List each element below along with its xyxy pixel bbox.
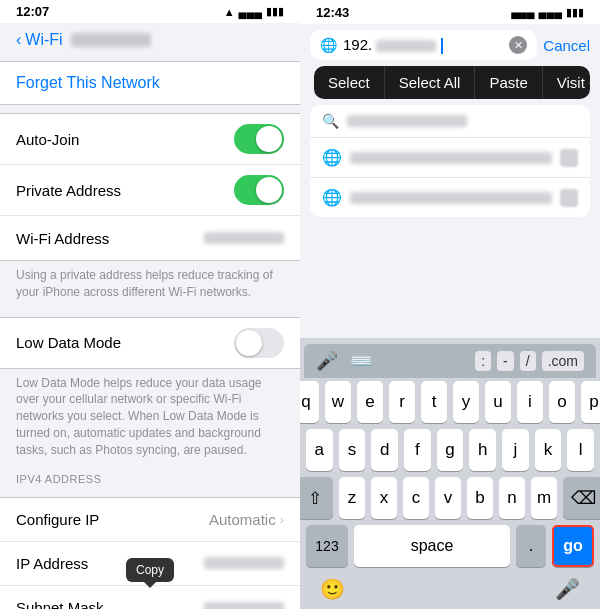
list-badge-1 [560, 149, 578, 167]
left-panel: 12:07 ▲ ▄▄▄ ▮▮▮ ‹ Wi-Fi Forget This Netw… [0, 0, 300, 609]
subnet-mask-label: Subnet Mask [16, 599, 104, 609]
mic-bottom-icon[interactable]: 🎤 [555, 577, 580, 601]
menu-visit-copied[interactable]: Visit Copied Link [543, 66, 590, 99]
key-s[interactable]: s [339, 429, 366, 471]
nav-bar-left: ‹ Wi-Fi [0, 23, 300, 53]
key-v[interactable]: v [435, 477, 461, 519]
key-t[interactable]: t [421, 381, 447, 423]
location-icon: ▲ [224, 6, 235, 18]
menu-select-all[interactable]: Select All [385, 66, 476, 99]
configure-ip-right: Automatic › [209, 511, 284, 528]
key-a[interactable]: a [306, 429, 333, 471]
key-l[interactable]: l [567, 429, 594, 471]
right-panel: 12:43 ▄▄▄ ▄▄▄ ▮▮▮ 🌐 192. ✕ Cancel [300, 0, 600, 609]
url-clear-button[interactable]: ✕ [509, 36, 527, 54]
toggles-section: Auto-Join Private Address Wi-Fi Address [0, 113, 300, 261]
auto-join-row: Auto-Join [0, 114, 300, 165]
wifi-address-row: Wi-Fi Address [0, 216, 300, 260]
back-label: Wi-Fi [25, 31, 62, 49]
url-input-container[interactable]: 🌐 192. ✕ [310, 30, 537, 60]
key-r[interactable]: r [389, 381, 415, 423]
menu-select[interactable]: Select [314, 66, 385, 99]
battery-icon-right: ▮▮▮ [566, 6, 584, 19]
status-bar-left: 12:07 ▲ ▄▄▄ ▮▮▮ [0, 0, 300, 23]
key-f[interactable]: f [404, 429, 431, 471]
key-go[interactable]: go [552, 525, 594, 567]
key-space[interactable]: space [354, 525, 510, 567]
ipv4-header: IPV4 ADDRESS [0, 467, 300, 489]
forget-network-link[interactable]: Forget This Network [16, 74, 160, 91]
key-shift[interactable]: ⇧ [300, 477, 333, 519]
globe-icon-2: 🌐 [322, 188, 342, 207]
emoji-icon[interactable]: 🙂 [320, 577, 345, 601]
browser-item-1[interactable]: 🌐 [310, 138, 590, 178]
emoji-row: 🙂 🎤 [304, 573, 596, 605]
toolbar-slash[interactable]: / [520, 351, 536, 371]
wifi-address-value-blurred [204, 232, 284, 244]
cancel-button[interactable]: Cancel [543, 37, 590, 54]
key-i[interactable]: i [517, 381, 543, 423]
battery-icon-left: ▮▮▮ [266, 5, 284, 18]
key-n[interactable]: n [499, 477, 525, 519]
low-data-label: Low Data Mode [16, 334, 121, 351]
toggle-knob-2 [256, 177, 282, 203]
keyboard-area: 🎤 ⌨️ : - / .com q w e r t y u i o p a [300, 338, 600, 609]
key-o[interactable]: o [549, 381, 575, 423]
time-right: 12:43 [316, 5, 349, 20]
key-space-label: space [411, 537, 454, 555]
key-k[interactable]: k [535, 429, 562, 471]
key-j[interactable]: j [502, 429, 529, 471]
wifi-icon-left: ▄▄▄ [239, 6, 262, 18]
key-z[interactable]: z [339, 477, 365, 519]
toggle-knob-3 [236, 330, 262, 356]
key-dot[interactable]: . [516, 525, 546, 567]
toolbar-dash[interactable]: - [497, 351, 514, 371]
key-c[interactable]: c [403, 477, 429, 519]
forget-network-section: Forget This Network [0, 61, 300, 105]
auto-join-label: Auto-Join [16, 131, 79, 148]
spacer [300, 217, 600, 338]
toggle-knob [256, 126, 282, 152]
key-d[interactable]: d [371, 429, 398, 471]
auto-join-toggle[interactable] [234, 124, 284, 154]
low-data-description: Low Data Mode helps reduce your data usa… [0, 369, 300, 467]
key-x[interactable]: x [371, 477, 397, 519]
browser-item-2[interactable]: 🌐 [310, 178, 590, 217]
chevron-left-icon: ‹ [16, 31, 21, 49]
status-icons-right: ▄▄▄ ▄▄▄ ▮▮▮ [511, 6, 584, 19]
back-button[interactable]: ‹ Wi-Fi [16, 31, 63, 49]
key-row-bottom: 123 space . go [304, 522, 596, 573]
browser-list: 🔍 🌐 🌐 [310, 105, 590, 217]
key-w[interactable]: w [325, 381, 351, 423]
key-p[interactable]: p [581, 381, 600, 423]
toolbar-colon[interactable]: : [475, 351, 491, 371]
private-address-toggle[interactable] [234, 175, 284, 205]
keyboard-toolbar: 🎤 ⌨️ : - / .com [304, 344, 596, 378]
key-g[interactable]: g [437, 429, 464, 471]
context-menu-wrapper: Select Select All Paste Visit Copied Lin… [314, 66, 590, 99]
key-q[interactable]: q [300, 381, 319, 423]
subnet-mask-row: Subnet Mask Copy [0, 586, 300, 609]
wifi-icon-right: ▄▄▄ [539, 6, 562, 18]
key-m[interactable]: m [531, 477, 557, 519]
key-backspace[interactable]: ⌫ [563, 477, 600, 519]
wifi-address-label: Wi-Fi Address [16, 230, 109, 247]
ipv4-section: Configure IP Automatic › IP Address Subn… [0, 497, 300, 609]
key-123[interactable]: 123 [306, 525, 348, 567]
toolbar-com[interactable]: .com [542, 351, 584, 371]
list-text-blurred-1 [350, 152, 552, 164]
low-data-toggle[interactable] [234, 328, 284, 358]
configure-ip-row[interactable]: Configure IP Automatic › [0, 498, 300, 542]
key-123-label: 123 [315, 538, 338, 554]
key-u[interactable]: u [485, 381, 511, 423]
menu-paste[interactable]: Paste [475, 66, 542, 99]
key-dot-label: . [529, 536, 534, 556]
key-y[interactable]: y [453, 381, 479, 423]
key-e[interactable]: e [357, 381, 383, 423]
key-h[interactable]: h [469, 429, 496, 471]
grid-icon[interactable]: ⌨️ [350, 350, 372, 372]
url-cursor [441, 38, 443, 54]
key-b[interactable]: b [467, 477, 493, 519]
key-go-label: go [563, 537, 583, 555]
mic-icon[interactable]: 🎤 [316, 350, 338, 372]
